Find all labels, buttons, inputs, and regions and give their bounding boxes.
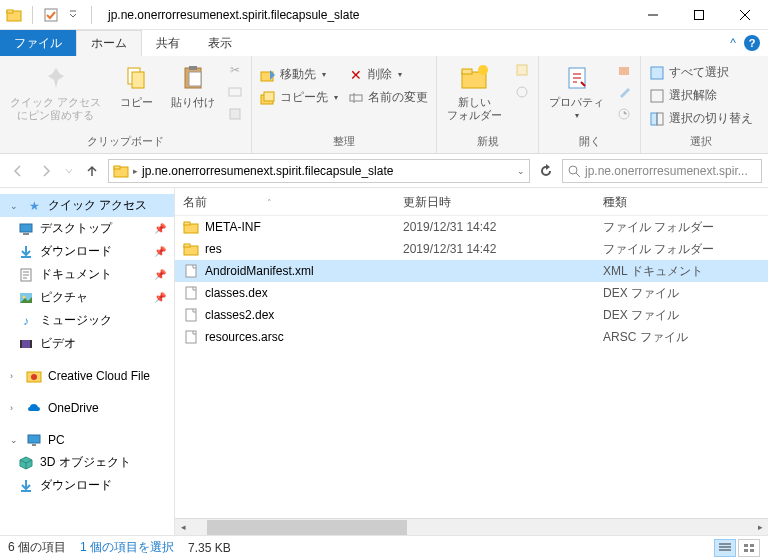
back-button[interactable] <box>6 159 30 183</box>
properties-button[interactable]: プロパティ ▾ <box>543 58 610 124</box>
sidebar-pc[interactable]: ⌄PC <box>0 429 174 451</box>
move-to-button[interactable]: 移動先▾ <box>256 64 342 85</box>
rename-button[interactable]: 名前の変更 <box>344 87 432 108</box>
sidebar-ccfiles[interactable]: ›Creative Cloud File <box>0 365 174 387</box>
scroll-left-icon[interactable]: ◂ <box>175 519 191 536</box>
copy-to-button[interactable]: コピー先▾ <box>256 87 342 108</box>
sidebar-downloads[interactable]: ダウンロード📌 <box>0 240 174 263</box>
sidebar-downloads2[interactable]: ダウンロード <box>0 474 174 497</box>
table-row[interactable]: resources.arscARSC ファイル <box>175 326 768 348</box>
pc-icon <box>26 432 42 448</box>
file-name: AndroidManifest.xml <box>205 264 314 278</box>
refresh-button[interactable] <box>534 159 558 183</box>
cut-button[interactable]: ✂ <box>223 60 247 80</box>
ribbon: クイック アクセス にピン留めする コピー 貼り付け ✂ クリップボード 移動先… <box>0 56 768 154</box>
svg-rect-54 <box>744 549 748 552</box>
easy-access-button[interactable] <box>510 82 534 102</box>
forward-button[interactable] <box>34 159 58 183</box>
table-row[interactable]: res2019/12/31 14:42ファイル フォルダー <box>175 238 768 260</box>
up-button[interactable] <box>80 159 104 183</box>
svg-rect-50 <box>186 309 196 321</box>
table-row[interactable]: classes.dexDEX ファイル <box>175 282 768 304</box>
sidebar-quickaccess[interactable]: ⌄★クイック アクセス <box>0 194 174 217</box>
sidebar-music[interactable]: ♪ミュージック <box>0 309 174 332</box>
svg-rect-7 <box>189 72 201 86</box>
table-row[interactable]: AndroidManifest.xmlXML ドキュメント <box>175 260 768 282</box>
group-open: プロパティ ▾ 開く <box>539 56 641 153</box>
svg-rect-43 <box>21 490 31 492</box>
help-icon[interactable]: ? <box>744 35 760 51</box>
select-all-button[interactable]: すべて選択 <box>645 62 757 83</box>
group-label: 新規 <box>441 132 534 151</box>
paste-shortcut-button[interactable] <box>223 104 247 124</box>
sidebar-documents[interactable]: ドキュメント📌 <box>0 263 174 286</box>
svg-point-40 <box>31 374 37 380</box>
svg-rect-14 <box>350 95 362 101</box>
new-item-button[interactable] <box>510 60 534 80</box>
sidebar-desktop[interactable]: デスクトップ📌 <box>0 217 174 240</box>
copy-path-button[interactable] <box>223 82 247 102</box>
close-button[interactable] <box>722 0 768 30</box>
pin-icon: 📌 <box>154 246 166 257</box>
minimize-button[interactable] <box>630 0 676 30</box>
chevron-right-icon[interactable]: ▸ <box>133 166 138 176</box>
history-button[interactable] <box>612 104 636 124</box>
table-row[interactable]: classes2.dexDEX ファイル <box>175 304 768 326</box>
invert-selection-button[interactable]: 選択の切り替え <box>645 108 757 129</box>
tab-file[interactable]: ファイル <box>0 30 76 56</box>
tab-share[interactable]: 共有 <box>142 30 194 56</box>
scroll-thumb[interactable] <box>207 520 407 535</box>
sidebar-3dobjects[interactable]: 3D オブジェクト <box>0 451 174 474</box>
horizontal-scrollbar[interactable]: ◂ ▸ <box>175 518 768 535</box>
sidebar-videos[interactable]: ビデオ <box>0 332 174 355</box>
edit-button[interactable] <box>612 82 636 102</box>
svg-point-35 <box>23 295 26 298</box>
scroll-right-icon[interactable]: ▸ <box>752 519 768 536</box>
delete-button[interactable]: ✕削除▾ <box>344 64 432 85</box>
chevron-down-icon[interactable]: ⌄ <box>517 166 525 176</box>
breadcrumb[interactable]: jp.ne.onerrorresumenext.spirit.filecapsu… <box>142 164 393 178</box>
icons-view-button[interactable] <box>738 539 760 557</box>
checkbox-checked-icon[interactable] <box>43 7 59 23</box>
svg-rect-38 <box>30 340 32 348</box>
new-folder-button[interactable]: 新しい フォルダー <box>441 58 508 126</box>
qat-dropdown-icon[interactable] <box>65 7 81 23</box>
svg-rect-26 <box>657 113 663 125</box>
paste-button[interactable]: 貼り付け <box>165 58 221 113</box>
table-row[interactable]: META-INF2019/12/31 14:42ファイル フォルダー <box>175 216 768 238</box>
video-icon <box>18 336 34 352</box>
col-type[interactable]: 種類 <box>603 194 760 211</box>
select-none-button[interactable]: 選択解除 <box>645 85 757 106</box>
pin-icon: 📌 <box>154 223 166 234</box>
sidebar-onedrive[interactable]: ›OneDrive <box>0 397 174 419</box>
search-input[interactable]: jp.ne.onerrorresumenext.spir... <box>562 159 762 183</box>
svg-rect-30 <box>20 224 32 232</box>
svg-rect-31 <box>23 233 29 235</box>
file-name: resources.arsc <box>205 330 284 344</box>
recent-dropdown[interactable] <box>62 159 76 183</box>
open-button[interactable] <box>612 60 636 80</box>
maximize-button[interactable] <box>676 0 722 30</box>
delete-icon: ✕ <box>348 67 364 83</box>
svg-rect-16 <box>462 69 472 74</box>
svg-rect-1 <box>7 10 13 13</box>
col-modified[interactable]: 更新日時 <box>403 194 603 211</box>
address-box[interactable]: ▸ jp.ne.onerrorresumenext.spirit.filecap… <box>108 159 530 183</box>
tab-view[interactable]: 表示 <box>194 30 246 56</box>
copy-button[interactable]: コピー <box>109 58 163 113</box>
move-icon <box>260 67 276 83</box>
svg-rect-52 <box>744 544 748 547</box>
file-type: DEX ファイル <box>603 307 760 324</box>
sidebar-pictures[interactable]: ピクチャ📌 <box>0 286 174 309</box>
column-headers[interactable]: 名前˄ 更新日時 種類 <box>175 188 768 216</box>
window-controls <box>630 0 768 30</box>
pin-to-quickaccess-button[interactable]: クイック アクセス にピン留めする <box>4 58 107 126</box>
tab-home[interactable]: ホーム <box>76 30 142 56</box>
pin-icon: 📌 <box>154 292 166 303</box>
invert-icon <box>649 111 665 127</box>
col-name[interactable]: 名前 <box>183 194 207 211</box>
group-clipboard: クイック アクセス にピン留めする コピー 貼り付け ✂ クリップボード <box>0 56 252 153</box>
file-type: DEX ファイル <box>603 285 760 302</box>
details-view-button[interactable] <box>714 539 736 557</box>
collapse-ribbon-icon[interactable]: ^ <box>730 36 736 50</box>
